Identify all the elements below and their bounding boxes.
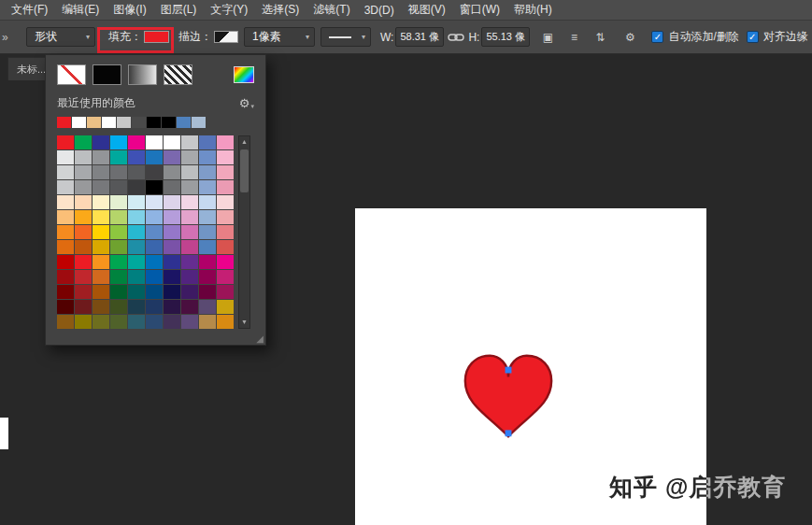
color-swatch[interactable] — [146, 195, 163, 209]
color-swatch[interactable] — [128, 300, 145, 314]
color-swatch[interactable] — [93, 315, 109, 329]
color-swatch[interactable] — [110, 150, 127, 164]
color-swatch[interactable] — [164, 255, 180, 269]
color-swatch[interactable] — [164, 180, 180, 194]
color-swatch[interactable] — [146, 210, 163, 224]
color-swatch[interactable] — [146, 255, 163, 269]
color-swatch[interactable] — [128, 135, 145, 149]
link-wh-icon[interactable] — [448, 32, 464, 43]
color-swatch[interactable] — [75, 300, 92, 314]
color-swatch[interactable] — [146, 300, 163, 314]
color-swatch[interactable] — [199, 150, 216, 164]
stroke-width-select[interactable]: 1像素 ▾ — [244, 27, 315, 47]
color-swatch[interactable] — [164, 210, 180, 224]
color-swatch[interactable] — [146, 135, 163, 149]
recent-color-swatch[interactable] — [177, 117, 191, 128]
color-swatch[interactable] — [93, 225, 109, 239]
color-swatch[interactable] — [110, 225, 127, 239]
color-swatch[interactable] — [93, 300, 109, 314]
color-swatch[interactable] — [181, 315, 198, 329]
color-swatch[interactable] — [110, 315, 127, 329]
color-swatch[interactable] — [93, 195, 109, 209]
color-swatch[interactable] — [57, 270, 74, 284]
color-swatch[interactable] — [164, 135, 180, 149]
tool-mode-select[interactable]: 形状 ▾ — [26, 27, 95, 47]
color-swatch[interactable] — [217, 210, 234, 224]
color-swatch[interactable] — [128, 225, 145, 239]
recent-color-swatch[interactable] — [117, 117, 131, 128]
scroll-up-icon[interactable]: ▲ — [241, 136, 248, 148]
document-canvas[interactable] — [355, 208, 706, 525]
color-swatch[interactable] — [146, 285, 163, 299]
color-swatch[interactable] — [181, 285, 198, 299]
color-swatch[interactable] — [199, 225, 216, 239]
color-swatch[interactable] — [75, 165, 92, 179]
color-swatch[interactable] — [199, 180, 216, 194]
recent-color-swatch[interactable] — [132, 117, 146, 128]
color-swatch[interactable] — [164, 270, 180, 284]
color-swatch[interactable] — [181, 195, 198, 209]
color-swatch[interactable] — [75, 285, 92, 299]
color-swatch[interactable] — [75, 270, 92, 284]
color-swatch[interactable] — [164, 315, 180, 329]
color-swatch[interactable] — [93, 255, 109, 269]
color-swatch[interactable] — [75, 195, 92, 209]
color-swatch[interactable] — [75, 135, 92, 149]
color-swatch[interactable] — [57, 150, 74, 164]
menu-item[interactable]: 窗口(W) — [460, 2, 500, 18]
path-arrangement-button[interactable]: ⇅ — [590, 27, 610, 48]
heart-shape[interactable] — [458, 345, 559, 449]
color-swatch[interactable] — [217, 150, 234, 164]
color-swatch[interactable] — [217, 255, 234, 269]
color-swatch[interactable] — [110, 255, 127, 269]
color-swatch[interactable] — [128, 150, 145, 164]
color-swatch[interactable] — [199, 285, 216, 299]
color-swatch[interactable] — [110, 135, 127, 149]
color-swatch[interactable] — [75, 150, 92, 164]
color-swatch[interactable] — [128, 240, 145, 254]
menu-item[interactable]: 选择(S) — [262, 2, 299, 18]
width-input[interactable]: 58.31 像 — [395, 27, 444, 47]
path-alignment-button[interactable]: ≡ — [563, 27, 584, 48]
panel-settings-button[interactable]: ⚙ ▾ — [239, 96, 254, 110]
color-swatch[interactable] — [217, 315, 234, 329]
tool-preset-chevron-icon[interactable]: » — [2, 31, 13, 44]
color-swatch[interactable] — [93, 150, 109, 164]
color-swatch[interactable] — [181, 150, 198, 164]
menu-item[interactable]: 编辑(E) — [62, 2, 99, 18]
color-swatch[interactable] — [164, 195, 180, 209]
color-swatch[interactable] — [57, 180, 74, 194]
color-swatch[interactable] — [199, 300, 216, 314]
color-swatch[interactable] — [57, 225, 74, 239]
color-swatch[interactable] — [199, 210, 216, 224]
menu-item[interactable]: 文件(F) — [11, 2, 48, 18]
color-swatch[interactable] — [75, 315, 92, 329]
color-swatch[interactable] — [75, 180, 92, 194]
color-swatch[interactable] — [217, 165, 234, 179]
color-swatch[interactable] — [199, 165, 216, 179]
color-swatch[interactable] — [57, 135, 74, 149]
menu-item[interactable]: 图像(I) — [113, 2, 146, 18]
color-swatch[interactable] — [146, 270, 163, 284]
color-swatch[interactable] — [217, 180, 234, 194]
color-swatch[interactable] — [128, 255, 145, 269]
color-swatch[interactable] — [128, 315, 145, 329]
fill-color-swatch[interactable] — [144, 31, 169, 43]
color-swatch[interactable] — [93, 210, 109, 224]
scroll-down-icon[interactable]: ▼ — [241, 317, 248, 328]
color-swatch[interactable] — [164, 240, 180, 254]
color-swatch[interactable] — [93, 285, 109, 299]
color-swatch[interactable] — [181, 255, 198, 269]
color-swatch[interactable] — [75, 240, 92, 254]
scrollbar-track[interactable] — [239, 148, 249, 317]
scrollbar-thumb[interactable] — [240, 149, 249, 192]
color-swatch[interactable] — [217, 240, 234, 254]
color-swatch[interactable] — [164, 165, 180, 179]
color-swatch[interactable] — [57, 300, 74, 314]
color-swatch[interactable] — [146, 180, 163, 194]
color-swatch[interactable] — [181, 210, 198, 224]
color-swatch[interactable] — [199, 315, 216, 329]
color-swatch[interactable] — [57, 210, 74, 224]
menu-item[interactable]: 图层(L) — [161, 2, 197, 18]
color-swatch[interactable] — [146, 165, 163, 179]
